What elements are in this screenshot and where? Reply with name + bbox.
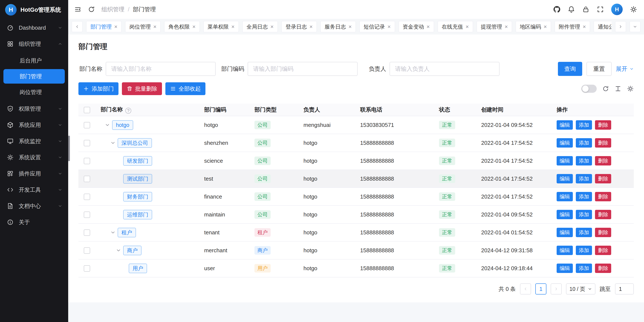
tab-close-icon[interactable]: ×	[310, 24, 312, 30]
tab-item[interactable]: 角色权限×	[164, 21, 200, 33]
row-checkbox[interactable]	[84, 122, 90, 128]
collapse-row-icon[interactable]	[110, 230, 116, 235]
department-name-tag[interactable]: 用户	[129, 263, 147, 273]
tab-close-icon[interactable]: ×	[270, 24, 274, 30]
page-1-button[interactable]: 1	[535, 283, 546, 294]
edit-button[interactable]: 编辑	[557, 138, 573, 148]
department-name-tag[interactable]: 商户	[123, 246, 142, 255]
expand-toggle-link[interactable]: 展开	[616, 65, 634, 73]
department-code-input[interactable]	[248, 62, 358, 76]
sidebar-item[interactable]: 系统应用	[0, 117, 68, 133]
page-size-select[interactable]: 10 / 页	[566, 283, 596, 294]
delete-button[interactable]: 删除	[595, 210, 611, 219]
app-logo[interactable]: H HotGo管理系统	[0, 0, 68, 20]
sidebar-item[interactable]: 组织管理	[0, 36, 68, 52]
tab-close-icon[interactable]: ×	[544, 24, 547, 30]
sidebar-scrollbar-thumb[interactable]	[68, 136, 70, 161]
department-name-input[interactable]	[106, 62, 216, 76]
edit-button[interactable]: 编辑	[557, 174, 573, 183]
delete-button[interactable]: 删除	[595, 120, 611, 130]
tab-close-icon[interactable]: ×	[388, 24, 390, 30]
row-checkbox[interactable]	[84, 265, 90, 272]
sidebar-subitem[interactable]: 部门管理	[4, 69, 65, 84]
department-name-tag[interactable]: 租户	[118, 228, 136, 237]
edit-button[interactable]: 编辑	[557, 228, 573, 237]
collapse-all-button[interactable]: 全部收起	[165, 82, 206, 95]
settings-gear-icon[interactable]	[630, 6, 637, 13]
tab-close-icon[interactable]: ×	[348, 24, 352, 30]
edit-button[interactable]: 编辑	[557, 192, 573, 201]
add-child-button[interactable]: 添加	[576, 192, 592, 201]
tabs-menu-button[interactable]	[630, 21, 640, 32]
tab-close-icon[interactable]: ×	[192, 24, 196, 30]
tab-item[interactable]: 附件管理×	[554, 21, 590, 33]
sidebar-item[interactable]: 权限管理	[0, 101, 68, 117]
tab-item[interactable]: 地区编码×	[516, 21, 551, 33]
tab-close-icon[interactable]: ×	[466, 24, 469, 30]
table-density-icon[interactable]	[614, 85, 622, 92]
collapse-row-icon[interactable]	[116, 248, 121, 253]
jump-to-input[interactable]	[615, 283, 634, 294]
row-checkbox[interactable]	[84, 247, 90, 254]
add-child-button[interactable]: 添加	[576, 228, 592, 237]
add-child-button[interactable]: 添加	[576, 138, 592, 148]
sidebar-item[interactable]: 开发工具	[0, 182, 68, 198]
tabs-scroll-right-button[interactable]	[615, 21, 626, 32]
department-name-tag[interactable]: 深圳总公司	[118, 138, 152, 148]
tab-item[interactable]: 短信记录×	[359, 21, 395, 33]
row-checkbox[interactable]	[84, 158, 90, 164]
add-child-button[interactable]: 添加	[576, 174, 592, 183]
add-child-button[interactable]: 添加	[576, 156, 592, 165]
leader-input[interactable]	[390, 62, 500, 76]
department-name-tag[interactable]: 运维部门	[123, 210, 152, 219]
row-checkbox[interactable]	[84, 211, 90, 218]
tab-close-icon[interactable]: ×	[427, 24, 430, 30]
delete-button[interactable]: 删除	[595, 228, 611, 237]
delete-button[interactable]: 删除	[595, 138, 611, 148]
tab-item[interactable]: 岗位管理×	[125, 21, 161, 33]
github-icon[interactable]	[553, 6, 560, 13]
department-name-tag[interactable]: hotgo	[112, 120, 133, 130]
delete-button[interactable]: 删除	[595, 192, 611, 201]
sidebar-item[interactable]: 系统监控	[0, 133, 68, 149]
page-refresh-icon[interactable]	[88, 6, 95, 13]
delete-button[interactable]: 删除	[595, 246, 611, 255]
row-checkbox[interactable]	[84, 176, 90, 182]
tab-close-icon[interactable]: ×	[505, 24, 508, 30]
department-name-tag[interactable]: 研发部门	[123, 156, 152, 166]
reset-button[interactable]: 重置	[586, 62, 612, 76]
query-button[interactable]: 查询	[558, 62, 582, 76]
tab-item[interactable]: 通知公告×	[594, 21, 612, 33]
tab-item[interactable]: 提现管理×	[476, 21, 512, 33]
table-settings-icon[interactable]	[627, 85, 634, 92]
add-child-button[interactable]: 添加	[576, 210, 592, 219]
sidebar-subitem[interactable]: 岗位管理	[4, 85, 65, 99]
delete-button[interactable]: 删除	[595, 174, 611, 183]
sidebar-item[interactable]: 关于	[0, 214, 68, 230]
fullscreen-icon[interactable]	[597, 6, 604, 13]
prev-page-button[interactable]	[520, 283, 531, 294]
delete-button[interactable]: 删除	[595, 156, 611, 165]
tab-item[interactable]: 菜单权限×	[203, 21, 239, 33]
department-name-tag[interactable]: 财务部门	[123, 192, 152, 201]
row-checkbox[interactable]	[84, 229, 90, 236]
add-child-button[interactable]: 添加	[576, 246, 592, 255]
select-all-checkbox[interactable]	[84, 107, 90, 113]
tab-close-icon[interactable]: ×	[232, 24, 235, 30]
row-checkbox[interactable]	[84, 194, 90, 200]
row-checkbox[interactable]	[84, 140, 90, 146]
tab-close-icon[interactable]: ×	[114, 24, 118, 30]
table-refresh-icon[interactable]	[602, 85, 609, 92]
edit-button[interactable]: 编辑	[557, 120, 573, 130]
edit-button[interactable]: 编辑	[557, 246, 573, 255]
tab-item[interactable]: 部门管理×	[86, 21, 122, 33]
sidebar-item[interactable]: 系统设置	[0, 149, 68, 165]
add-child-button[interactable]: 添加	[576, 263, 592, 273]
sidebar-subitem[interactable]: 后台用户	[4, 53, 65, 68]
tab-item[interactable]: 资金变动×	[398, 21, 434, 33]
sidebar-item[interactable]: Dashboard	[0, 20, 68, 36]
help-icon[interactable]: ?	[125, 108, 131, 114]
sidebar-item[interactable]: 插件应用	[0, 165, 68, 182]
sidebar-item[interactable]: 文档中心	[0, 198, 68, 214]
menu-fold-icon[interactable]	[74, 6, 82, 13]
